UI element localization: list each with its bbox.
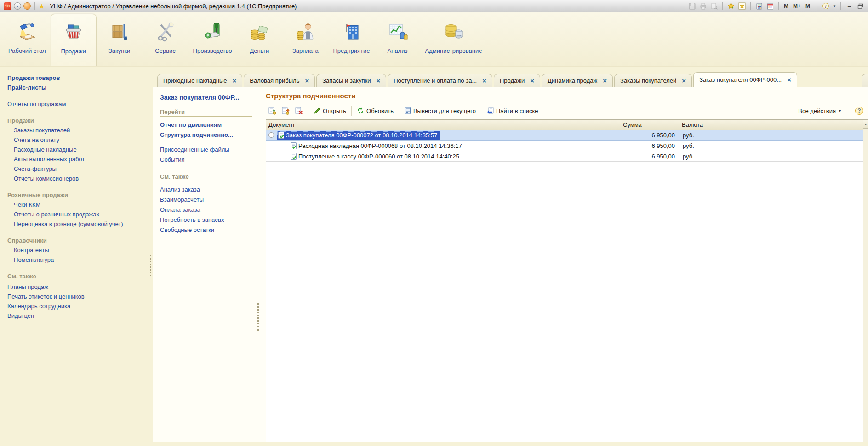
table-row[interactable]: Поступление в кассу 00ФР-000060 от 08.10…	[266, 151, 863, 162]
vertical-scrollbar[interactable]: ▲	[863, 120, 868, 442]
column-header-document[interactable]: Документ	[266, 120, 620, 130]
nav-item-movements-report[interactable]: Отчет по движениям	[160, 120, 252, 130]
close-icon[interactable]: ×	[376, 77, 380, 84]
favorites-star-icon[interactable]: ★	[39, 3, 45, 10]
nav-item-order-analysis[interactable]: Анализ заказа	[160, 185, 252, 195]
nav-item-events[interactable]: События	[160, 155, 252, 165]
create-based-on-button[interactable]	[266, 106, 279, 116]
calendar-icon[interactable]: 31	[766, 2, 774, 10]
info-dropdown-icon[interactable]: ▼	[833, 4, 836, 8]
nav-item-attached-files[interactable]: Присоединенные файлы	[160, 145, 252, 155]
favorites-list-icon[interactable]	[738, 2, 746, 10]
close-icon[interactable]: ×	[682, 77, 686, 84]
close-icon[interactable]: ×	[603, 77, 607, 84]
close-icon[interactable]: ×	[232, 77, 236, 84]
sum-cell[interactable]: 6 950,00	[620, 130, 679, 140]
delete-document-button[interactable]	[292, 106, 306, 116]
tab-receipt-payment[interactable]: Поступление и оплата по за...×	[388, 74, 492, 87]
panel-splitter[interactable]	[256, 87, 260, 442]
calculator-icon[interactable]	[755, 2, 763, 10]
table-row[interactable]: Расходная накладная 00ФР-000068 от 08.10…	[266, 141, 863, 151]
section-salary[interactable]: Зарплата	[282, 14, 328, 66]
sidebar-item-sales-invoices[interactable]: Расходные накладные	[7, 145, 146, 154]
sidebar-item-nomenclature[interactable]: Номенклатура	[7, 255, 146, 265]
system-menu-button[interactable]: ▼	[14, 2, 21, 10]
info-icon[interactable]: i	[822, 2, 830, 10]
column-header-sum[interactable]: Сумма	[620, 120, 679, 130]
scroll-up-icon[interactable]: ▲	[863, 120, 868, 129]
section-purchases[interactable]: Закупки	[97, 14, 143, 66]
document-nav-title[interactable]: Заказ покупателя 00ФР...	[160, 94, 252, 101]
print-icon[interactable]	[699, 2, 707, 10]
section-enterprise[interactable]: Предприятие	[328, 14, 374, 66]
sidebar-item-sales-goods[interactable]: Продажи товаров	[7, 73, 146, 83]
tree-collapse-icon[interactable]: −	[268, 132, 274, 138]
sidebar-item-employee-calendar[interactable]: Календарь сотрудника	[7, 301, 146, 311]
nav-item-free-stock[interactable]: Свободные остатки	[160, 225, 252, 235]
sidebar-item-price-kinds[interactable]: Виды цен	[7, 311, 146, 321]
currency-cell[interactable]: руб.	[679, 151, 863, 161]
quick-access-button[interactable]	[23, 2, 31, 10]
sidebar-item-work-acts[interactable]: Акты выполненных работ	[7, 154, 146, 164]
sidebar-item-sales-reports[interactable]: Отчеты по продажам	[7, 99, 146, 109]
open-button[interactable]: Открыть	[311, 106, 349, 116]
section-desktop[interactable]: Рабочий стол	[4, 14, 51, 66]
memory-m-minus-button[interactable]: M-	[805, 3, 813, 9]
print-preview-icon[interactable]	[710, 2, 718, 10]
memory-m-plus-button[interactable]: M+	[792, 3, 802, 9]
nav-item-order-payment[interactable]: Оплата заказа	[160, 205, 252, 215]
close-icon[interactable]: ×	[530, 77, 534, 84]
column-header-currency[interactable]: Валюта	[679, 120, 863, 130]
tab-sales-dynamics[interactable]: Динамика продаж×	[542, 74, 613, 87]
add-favorite-icon[interactable]	[727, 2, 735, 10]
sidebar-item-kkm-receipts[interactable]: Чеки ККМ	[7, 200, 146, 209]
nav-item-subordination-structure[interactable]: Структура подчиненно...	[160, 130, 252, 140]
refresh-button[interactable]: Обновить	[354, 106, 396, 116]
sum-cell[interactable]: 6 950,00	[620, 141, 679, 151]
document-cell[interactable]: − Заказ покупателя 00ФР-000072 от 08.10.…	[266, 130, 620, 140]
find-in-list-button[interactable]: Найти в списке	[484, 106, 541, 116]
tab-stock-purchases[interactable]: Запасы и закупки×	[316, 74, 386, 87]
tab-sales[interactable]: Продажи×	[494, 74, 540, 87]
print-for-current-button[interactable]: Вывести для текущего	[401, 106, 479, 116]
sidebar-splitter[interactable]	[148, 67, 153, 446]
post-document-button[interactable]	[279, 106, 292, 116]
restore-button[interactable]	[856, 2, 864, 10]
sidebar-item-retail-reports[interactable]: Отчеты о розничных продажах	[7, 209, 146, 219]
tab-customer-order-00fr[interactable]: Заказ покупателя 00ФР-000...×	[693, 72, 797, 87]
sidebar-item-price-lists[interactable]: Прайс-листы	[7, 83, 146, 92]
document-cell[interactable]: Расходная накладная 00ФР-000068 от 08.10…	[266, 141, 620, 151]
close-icon[interactable]: ×	[787, 76, 791, 83]
sidebar-item-label-printing[interactable]: Печать этикеток и ценников	[7, 292, 146, 301]
sidebar-item-invoices-for-payment[interactable]: Счета на оплату	[7, 135, 146, 145]
nav-item-stock-demand[interactable]: Потребность в запасах	[160, 215, 252, 225]
nav-item-mutual-settlements[interactable]: Взаиморасчеты	[160, 195, 252, 205]
tab-partial[interactable]	[862, 74, 868, 87]
tab-gross-profit[interactable]: Валовая прибыль×	[244, 74, 315, 87]
table-row[interactable]: − Заказ покупателя 00ФР-000072 от 08.10.…	[266, 130, 863, 141]
close-icon[interactable]: ×	[305, 77, 309, 84]
document-cell[interactable]: Поступление в кассу 00ФР-000060 от 08.10…	[266, 151, 620, 161]
close-icon[interactable]: ×	[482, 77, 486, 84]
sidebar-item-retail-revaluation[interactable]: Переоценка в рознице (суммовой учет)	[7, 219, 146, 229]
section-production[interactable]: Производство	[188, 14, 237, 66]
tab-customer-orders[interactable]: Заказы покупателей×	[614, 74, 692, 87]
sidebar-item-customer-orders[interactable]: Заказы покупателей	[7, 125, 146, 135]
section-analysis[interactable]: Анализ	[375, 14, 421, 66]
minimize-button[interactable]: –	[845, 3, 853, 10]
section-money[interactable]: Деньги	[236, 14, 282, 66]
section-administration[interactable]: Администрирование	[421, 14, 487, 66]
sidebar-item-tax-invoices[interactable]: Счета-фактуры	[7, 164, 146, 174]
section-service[interactable]: Сервис	[143, 14, 188, 66]
tab-incoming-invoices[interactable]: Приходные накладные×	[157, 74, 242, 87]
sidebar-item-sales-plans[interactable]: Планы продаж	[7, 282, 146, 292]
sidebar-item-commissioner-reports[interactable]: Отчеты комиссионеров	[7, 174, 146, 183]
sidebar-item-counterparties[interactable]: Контрагенты	[7, 245, 146, 255]
currency-cell[interactable]: руб.	[679, 130, 863, 140]
sum-cell[interactable]: 6 950,00	[620, 151, 679, 161]
all-actions-button[interactable]: Все действия ▼	[795, 106, 845, 116]
section-sales[interactable]: Продажи	[51, 14, 97, 66]
currency-cell[interactable]: руб.	[679, 141, 863, 151]
save-icon[interactable]	[688, 2, 696, 10]
help-button[interactable]: ?	[855, 107, 863, 115]
